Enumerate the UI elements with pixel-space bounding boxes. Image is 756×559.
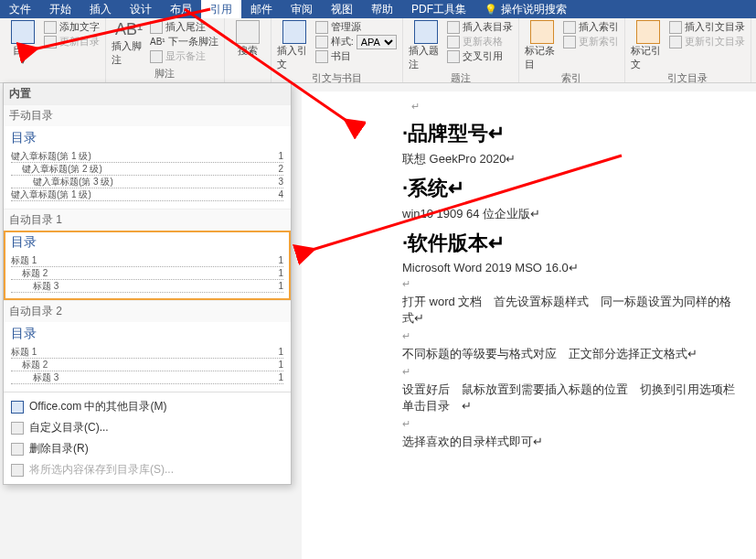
style-select[interactable]: 样式: APA <box>315 35 397 48</box>
insert-index-icon <box>563 21 576 34</box>
update-table-button[interactable]: 更新表格 <box>447 35 513 48</box>
doc-heading-1: ·品牌型号↵ <box>402 120 738 147</box>
style-dropdown[interactable]: APA <box>357 35 397 49</box>
group-label: 引文与书目 <box>277 71 397 85</box>
insert-index-button[interactable]: 插入索引 <box>563 20 619 34</box>
next-footnote-button[interactable]: AB¹下一条脚注 <box>150 35 218 48</box>
menu-references[interactable]: 引用 <box>201 0 241 20</box>
ribbon-group-search: 搜索 <box>225 18 272 82</box>
group-label: 引文目录 <box>631 71 745 85</box>
para-mark: ↵ <box>402 278 738 290</box>
bibliography-button[interactable]: 书目 <box>315 49 397 63</box>
auto-toc-1-label: 自动目录 1 <box>4 209 291 231</box>
footnote-icon: AB¹ <box>115 20 143 39</box>
auto-toc-1-preview[interactable]: 目录 标题 11 标题 21 标题 31 <box>4 231 291 300</box>
more-office-toc[interactable]: Office.com 中的其他目录(M) <box>4 396 291 417</box>
update-table-icon <box>447 36 460 48</box>
update-toc-button[interactable]: 更新目录 <box>44 35 100 48</box>
ribbon-group-caption: 插入题注 插入表目录 更新表格 交叉引用 题注 <box>403 18 519 82</box>
office-icon <box>11 401 24 414</box>
menu-design[interactable]: 设计 <box>121 0 161 20</box>
cross-ref-button[interactable]: 交叉引用 <box>447 49 513 63</box>
update-citation-toc-icon <box>669 36 682 48</box>
manage-sources-button[interactable]: 管理源 <box>315 20 397 34</box>
menu-bar: 文件 开始 插入 设计 布局 引用 邮件 审阅 视图 帮助 PDF工具集 💡 操… <box>0 0 756 18</box>
doc-para-4c: 设置好后 鼠标放置到需要插入标题的位置 切换到引用选项栏 单击目录 ↵ <box>402 382 738 414</box>
style-icon <box>315 36 328 48</box>
index-icon <box>530 20 554 44</box>
document-area[interactable]: ↵ ·品牌型号↵ 联想 GeekPro 2020↵ ·系统↵ win10 190… <box>302 91 756 559</box>
doc-para-4a: 打开 word 文档 首先设置标题样式 同一标题设置为同样的格式↵ <box>402 294 738 327</box>
manual-toc-preview[interactable]: 目录 键入章标题(第 1 级)1 键入章标题(第 2 级)2 键入章标题(第 3… <box>4 126 291 209</box>
para-mark: ↵ <box>402 366 738 378</box>
remove-icon <box>11 443 24 456</box>
fig-toc-icon <box>447 21 460 34</box>
doc-heading-3: ·软件版本↵ <box>402 230 738 257</box>
lightbulb-icon: 💡 <box>484 4 497 16</box>
doc-para-4b: 不同标题的等级要与格式对应 正文部分选择正文格式↵ <box>402 346 738 362</box>
search-button[interactable]: 搜索 <box>230 20 265 58</box>
add-text-button[interactable]: 添加文字 <box>44 20 100 34</box>
menu-review[interactable]: 审阅 <box>282 0 322 20</box>
group-label: 题注 <box>409 71 513 85</box>
ribbon-group-cite: 插入引文 管理源 样式: APA 书目 引文与书目 <box>272 18 403 82</box>
mark-citation-button[interactable]: 标记引文 <box>631 20 665 71</box>
ribbon-group-toc: 目录 ▾ 添加文字 更新目录 <box>0 18 106 82</box>
cross-icon <box>447 50 460 63</box>
save-toc-selection[interactable]: 将所选内容保存到目录库(S)... <box>4 459 291 480</box>
menu-pdf[interactable]: PDF工具集 <box>402 0 475 20</box>
para-mark: ↵ <box>402 330 738 342</box>
group-label: 脚注 <box>112 67 218 81</box>
cursor-mark: ↵ <box>411 101 738 113</box>
remove-toc[interactable]: 删除目录(R) <box>4 438 291 459</box>
chevron-down-icon: ▾ <box>21 58 25 66</box>
doc-para-4d: 选择喜欢的目录样式即可↵ <box>402 434 738 450</box>
ribbon-group-citation-toc: 标记引文 插入引文目录 更新引文目录 引文目录 <box>625 18 751 82</box>
insert-citation-button[interactable]: 插入引文 <box>277 20 312 71</box>
endnote-icon <box>150 21 163 34</box>
sources-icon <box>315 21 328 34</box>
doc-para-2: win10 1909 64 位企业版↵ <box>402 206 738 222</box>
toc-gallery-dropdown: 内置 手动目录 目录 键入章标题(第 1 级)1 键入章标题(第 2 级)2 键… <box>3 82 292 485</box>
menu-layout[interactable]: 布局 <box>161 0 201 20</box>
manual-toc-label: 手动目录 <box>4 104 291 126</box>
search-icon <box>236 20 260 44</box>
tellme-label: 操作说明搜索 <box>501 2 567 17</box>
toc-icon <box>11 20 35 44</box>
mark-entry-button[interactable]: 标记条目 <box>525 20 559 71</box>
mark-citation-icon <box>636 20 660 44</box>
custom-icon <box>11 422 24 435</box>
menu-file[interactable]: 文件 <box>0 0 40 20</box>
insert-endnote-button[interactable]: 插入尾注 <box>150 20 218 34</box>
update-citation-toc-button[interactable]: 更新引文目录 <box>669 35 745 48</box>
insert-citation-toc-icon <box>669 21 682 34</box>
auto-toc-2-preview[interactable]: 目录 标题 11 标题 21 标题 31 <box>4 322 291 392</box>
citation-icon <box>282 20 306 44</box>
next-icon: AB¹ <box>150 37 165 47</box>
menu-home[interactable]: 开始 <box>40 0 80 20</box>
insert-caption-button[interactable]: 插入题注 <box>409 20 443 71</box>
menu-help[interactable]: 帮助 <box>362 0 402 20</box>
ribbon: 目录 ▾ 添加文字 更新目录 AB¹ 插入脚注 插入尾注 AB¹下一条脚注 显示… <box>0 18 756 83</box>
caption-icon <box>414 20 438 44</box>
menu-mail[interactable]: 邮件 <box>241 0 282 20</box>
insert-footnote-button[interactable]: AB¹ 插入脚注 <box>112 20 146 67</box>
custom-toc[interactable]: 自定义目录(C)... <box>4 417 291 438</box>
para-mark: ↵ <box>402 418 738 430</box>
insert-citation-toc-button[interactable]: 插入引文目录 <box>669 20 745 34</box>
biblio-icon <box>315 50 328 63</box>
show-notes-button[interactable]: 显示备注 <box>150 49 218 63</box>
save-icon <box>11 464 24 477</box>
show-icon <box>150 50 163 63</box>
gallery-footer: Office.com 中的其他目录(M) 自定义目录(C)... 删除目录(R)… <box>4 392 291 484</box>
menu-view[interactable]: 视图 <box>322 0 362 20</box>
menu-tellme[interactable]: 💡 操作说明搜索 <box>475 0 576 20</box>
update-index-button[interactable]: 更新索引 <box>563 35 619 48</box>
add-text-icon <box>44 21 57 34</box>
menu-insert[interactable]: 插入 <box>80 0 121 20</box>
update-index-icon <box>563 36 576 48</box>
ribbon-group-index: 标记条目 插入索引 更新索引 索引 <box>519 18 625 82</box>
toc-button[interactable]: 目录 ▾ <box>5 20 40 66</box>
fig-toc-button[interactable]: 插入表目录 <box>447 20 513 34</box>
group-label: 索引 <box>525 71 619 85</box>
